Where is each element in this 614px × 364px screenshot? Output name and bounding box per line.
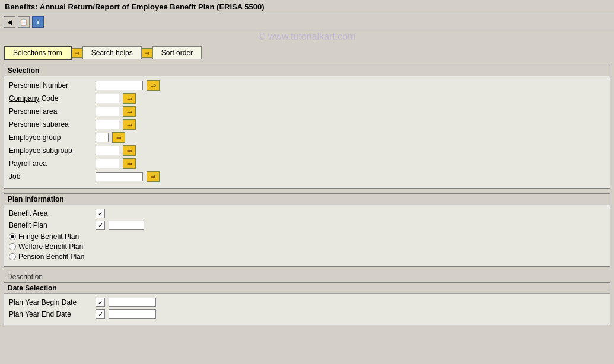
employee-group-arrow[interactable]: ⇒ — [112, 132, 125, 143]
tab-search[interactable]: Search helps — [82, 46, 142, 59]
radio-row-fringe: Fringe Benefit Plan — [9, 232, 605, 241]
employee-subgroup-input[interactable] — [96, 146, 119, 155]
plan-info-section: Plan Information Benefit Area ✓ Benefit … — [4, 193, 610, 267]
personnel-area-input[interactable] — [96, 107, 119, 116]
field-row-personnel-number: Personnel Number ⇒ — [9, 80, 605, 91]
description-bar: Description — [4, 272, 610, 282]
radio-welfare[interactable] — [9, 243, 16, 250]
date-section-body: Plan Year Begin Date ✓ Plan Year End Dat… — [4, 294, 610, 325]
main-content: Selection Personnel Number ⇒ Company Cod… — [0, 62, 614, 333]
end-date-input[interactable] — [109, 309, 156, 319]
selection-section: Selection Personnel Number ⇒ Company Cod… — [4, 65, 610, 189]
field-row-personnel-subarea: Personnel subarea ⇒ — [9, 119, 605, 130]
tab-search-label: Search helps — [91, 49, 133, 57]
job-arrow[interactable]: ⇒ — [147, 171, 160, 182]
tab-arrow-1: ⇒ — [72, 48, 82, 58]
benefit-plan-checkbox[interactable]: ✓ — [96, 221, 105, 230]
benefit-plan-label: Benefit Plan — [9, 221, 92, 229]
begin-date-checkbox[interactable]: ✓ — [96, 298, 105, 307]
selection-section-body: Personnel Number ⇒ Company Code ⇒ Person… — [4, 76, 610, 188]
benefit-area-label: Benefit Area — [9, 209, 92, 218]
job-input[interactable] — [96, 172, 143, 181]
employee-group-label: Employee group — [9, 133, 92, 142]
page-title: Benefits: Annual Return/Report of Employ… — [5, 2, 265, 11]
end-date-label: Plan Year End Date — [9, 310, 92, 318]
date-section: Date Selection Plan Year Begin Date ✓ Pl… — [4, 282, 610, 325]
tab-sort-label: Sort order — [161, 49, 193, 57]
tab-selections[interactable]: Selections from — [4, 46, 72, 60]
field-row-benefit-area: Benefit Area ✓ — [9, 209, 605, 218]
field-row-personnel-area: Personnel area ⇒ — [9, 106, 605, 117]
title-bar: Benefits: Annual Return/Report of Employ… — [0, 0, 614, 14]
personnel-subarea-input[interactable] — [96, 120, 119, 129]
personnel-area-arrow[interactable]: ⇒ — [123, 106, 136, 117]
radio-row-welfare: Welfare Benefit Plan — [9, 242, 605, 251]
field-row-benefit-plan: Benefit Plan ✓ — [9, 221, 605, 230]
begin-date-input[interactable] — [109, 298, 156, 307]
payroll-area-label: Payroll area — [9, 159, 92, 168]
clipboard-icon[interactable]: 📋 — [18, 16, 30, 28]
plan-info-body: Benefit Area ✓ Benefit Plan ✓ Fringe Ben… — [4, 205, 610, 266]
date-section-header: Date Selection — [4, 283, 610, 294]
field-row-job: Job ⇒ — [9, 171, 605, 182]
selection-section-header: Selection — [4, 65, 610, 76]
personnel-number-input[interactable] — [96, 81, 143, 90]
field-row-employee-subgroup: Employee subgroup ⇒ — [9, 145, 605, 156]
employee-subgroup-label: Employee subgroup — [9, 146, 92, 155]
begin-date-label: Plan Year Begin Date — [9, 298, 92, 306]
employee-subgroup-arrow[interactable]: ⇒ — [123, 145, 136, 156]
radio-pension-label: Pension Benefit Plan — [18, 253, 84, 261]
payroll-area-arrow[interactable]: ⇒ — [123, 158, 136, 169]
plan-info-header: Plan Information — [4, 194, 610, 205]
tab-selections-label: Selections from — [13, 49, 62, 57]
personnel-number-label: Personnel Number — [9, 81, 92, 90]
toolbar: ◀ 📋 i — [0, 14, 614, 30]
radio-pension[interactable] — [9, 253, 16, 260]
field-row-begin-date: Plan Year Begin Date ✓ — [9, 298, 605, 307]
personnel-number-arrow[interactable]: ⇒ — [147, 80, 160, 91]
personnel-subarea-label: Personnel subarea — [9, 120, 92, 129]
personnel-subarea-arrow[interactable]: ⇒ — [123, 119, 136, 130]
employee-group-input[interactable] — [96, 133, 109, 142]
field-row-employee-group: Employee group ⇒ — [9, 132, 605, 143]
field-row-company-code: Company Code ⇒ — [9, 93, 605, 104]
radio-row-pension: Pension Benefit Plan — [9, 253, 605, 261]
radio-fringe-label: Fringe Benefit Plan — [18, 232, 79, 241]
watermark: © www.tutorialkart.com — [0, 30, 614, 43]
company-code-input[interactable] — [96, 94, 119, 103]
payroll-area-input[interactable] — [96, 159, 119, 168]
tab-bar: Selections from ⇒ Search helps ⇒ Sort or… — [0, 43, 614, 62]
back-button[interactable]: ◀ — [4, 16, 15, 28]
radio-welfare-label: Welfare Benefit Plan — [18, 242, 83, 251]
field-row-payroll-area: Payroll area ⇒ — [9, 158, 605, 169]
company-code-label: Company Code — [9, 94, 92, 103]
radio-fringe[interactable] — [9, 233, 16, 240]
info-icon[interactable]: i — [32, 16, 44, 28]
tab-sort[interactable]: Sort order — [152, 46, 202, 59]
personnel-area-label: Personnel area — [9, 107, 92, 116]
benefit-plan-input[interactable] — [109, 221, 144, 230]
end-date-checkbox[interactable]: ✓ — [96, 309, 105, 319]
tab-arrow-2: ⇒ — [142, 48, 152, 58]
job-label: Job — [9, 173, 92, 181]
field-row-end-date: Plan Year End Date ✓ — [9, 309, 605, 319]
company-code-arrow[interactable]: ⇒ — [123, 93, 136, 104]
benefit-area-checkbox[interactable]: ✓ — [96, 209, 105, 218]
